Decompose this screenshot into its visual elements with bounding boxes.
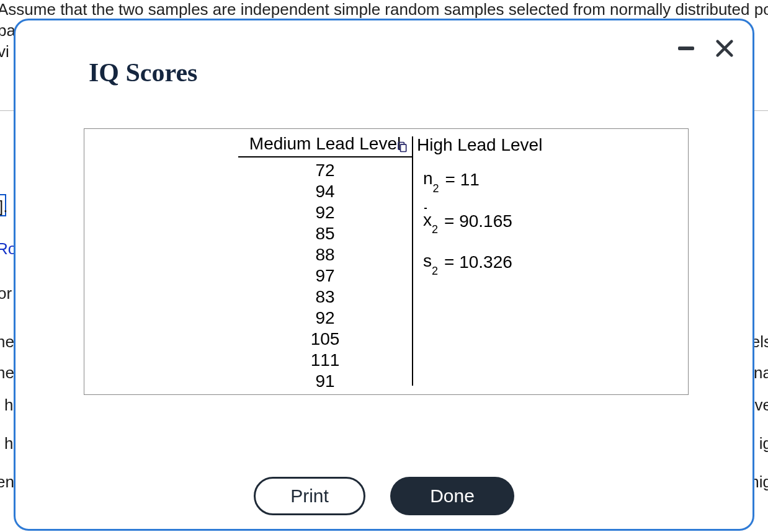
column-header-label: Medium Lead Level xyxy=(249,134,401,153)
data-table-container: Medium Lead Level High Lead Level 72 94 … xyxy=(84,128,689,395)
bg-frag: l h xyxy=(0,396,13,415)
dialog-title: IQ Scores xyxy=(89,58,197,87)
svg-rect-1 xyxy=(401,144,406,152)
bg-frag: l h xyxy=(0,434,13,453)
bg-frag: ig xyxy=(759,434,768,453)
data-cell: 92 xyxy=(238,202,412,223)
stat-subscript: 2 xyxy=(433,182,439,195)
high-stats-column: n2 = 11 x2 = 90.165 s2 = 10.326 xyxy=(412,157,573,392)
data-cell: 88 xyxy=(238,244,412,265)
stat-xbar: x2 = 90.165 xyxy=(423,210,573,233)
stat-symbol: s xyxy=(423,251,432,270)
stat-value: = 11 xyxy=(445,170,480,190)
stat-s: s2 = 10.326 xyxy=(423,251,573,274)
stat-subscript: 2 xyxy=(432,265,438,277)
iq-scores-dialog: IQ Scores Medium Lead Level High Lead Le… xyxy=(14,19,754,531)
bg-frag: en xyxy=(0,472,14,492)
bg-frag: or xyxy=(0,284,12,303)
data-cell: 83 xyxy=(238,286,412,308)
data-cell: 85 xyxy=(238,223,412,244)
table-divider xyxy=(412,136,413,386)
done-button[interactable]: Done xyxy=(390,477,514,515)
bg-frag: ve xyxy=(755,396,768,415)
data-cell: 92 xyxy=(238,308,412,329)
column-header-high: High Lead Level xyxy=(412,135,555,157)
stat-symbol: n xyxy=(423,169,433,188)
stat-subscript: 2 xyxy=(432,223,438,236)
data-cell: 111 xyxy=(238,350,412,371)
column-header-medium: Medium Lead Level xyxy=(238,134,412,157)
data-cell: 91 xyxy=(238,371,412,392)
bg-frag: vi xyxy=(0,42,9,61)
bg-frag: ne xyxy=(0,332,14,352)
data-cell: 72 xyxy=(238,160,412,181)
bg-frag: na xyxy=(754,363,768,383)
stat-symbol: x xyxy=(423,210,432,230)
stat-value: = 90.165 xyxy=(444,211,512,231)
stat-value: = 10.326 xyxy=(444,252,512,272)
bg-frag: ne xyxy=(0,363,14,383)
copy-data-icon[interactable] xyxy=(396,138,408,150)
data-cell: 97 xyxy=(238,265,412,286)
close-icon[interactable] xyxy=(714,38,735,59)
minimize-icon[interactable] xyxy=(676,38,697,59)
stat-n: n2 = 11 xyxy=(423,169,573,192)
bg-frag: ]. xyxy=(0,197,7,216)
medium-values-column: 72 94 92 85 88 97 83 92 105 111 91 xyxy=(238,157,412,392)
print-button[interactable]: Print xyxy=(254,477,365,515)
data-cell: 94 xyxy=(238,181,412,202)
data-cell: 105 xyxy=(238,329,412,350)
background-line: Assume that the two samples are independ… xyxy=(0,0,768,19)
